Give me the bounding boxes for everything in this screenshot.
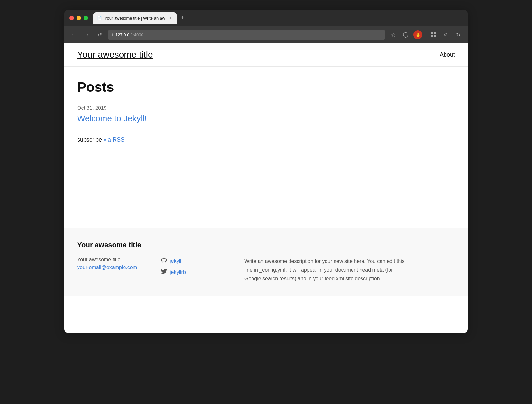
svg-rect-2 [431, 35, 433, 37]
shield-icon[interactable] [401, 30, 410, 39]
post-date: Oct 31, 2019 [77, 105, 455, 111]
webpage: Your awesome title About Posts Oct 31, 2… [64, 43, 468, 333]
twitter-icon [161, 268, 167, 276]
browser-titlebar: 📄 Your awesome title | Write an aw ✕ + [64, 10, 468, 26]
site-footer: Your awesome title Your awesome title yo… [64, 228, 468, 296]
info-icon: ℹ [111, 32, 113, 37]
site-main: Posts Oct 31, 2019 Welcome to Jekyll! su… [64, 67, 468, 228]
new-tab-button[interactable]: + [178, 14, 187, 23]
bookmark-icon[interactable]: ☆ [389, 30, 398, 39]
svg-rect-0 [431, 32, 433, 34]
refresh-icon[interactable]: ↻ [454, 30, 463, 39]
browser-tab[interactable]: 📄 Your awesome title | Write an aw ✕ [93, 12, 177, 24]
minimize-button[interactable] [77, 16, 81, 20]
address-bar[interactable]: ℹ 127.0.0.1:4000 [108, 30, 385, 40]
tab-title: Your awesome title | Write an aw [105, 16, 165, 21]
twitter-link[interactable]: jekyllrb [161, 268, 225, 276]
site-nav: About [440, 52, 455, 58]
site-header: Your awesome title About [64, 43, 468, 67]
smiley-icon[interactable]: ☺ [441, 30, 450, 39]
site-title[interactable]: Your awesome title [77, 50, 153, 60]
toolbar-separator [426, 31, 426, 39]
tab-bar: 📄 Your awesome title | Write an aw ✕ + [93, 12, 463, 24]
grid-icon[interactable] [429, 30, 438, 39]
footer-col-3: Write an awesome description for your ne… [244, 257, 405, 283]
subscribe-text: subscribe via RSS [77, 136, 455, 143]
footer-col-1: Your awesome title your-email@example.co… [77, 257, 142, 283]
footer-heading: Your awesome title [77, 241, 455, 249]
svg-rect-1 [434, 32, 436, 34]
github-icon [161, 257, 167, 265]
tab-page-icon: 📄 [97, 16, 102, 20]
toolbar-actions: ☆ ✋ ☺ ↻ [389, 30, 463, 39]
footer-site-name: Your awesome title [77, 257, 142, 263]
about-nav-link[interactable]: About [440, 52, 455, 58]
footer-email-link[interactable]: your-email@example.com [77, 265, 142, 270]
svg-rect-3 [434, 35, 436, 37]
reload-button[interactable]: ↺ [95, 30, 104, 39]
rss-link[interactable]: via RSS [104, 136, 124, 143]
footer-description: Write an awesome description for your ne… [244, 257, 405, 283]
posts-heading: Posts [77, 80, 455, 95]
post-title-link[interactable]: Welcome to Jekyll! [77, 114, 455, 124]
address-text: 127.0.0.1:4000 [115, 33, 143, 37]
github-username: jekyll [170, 258, 181, 264]
forward-button[interactable]: → [82, 30, 91, 39]
traffic-lights [69, 16, 88, 20]
footer-col-2: jekyll jekyllrb [161, 257, 225, 283]
github-link[interactable]: jekyll [161, 257, 225, 265]
twitter-username: jekyllrb [170, 269, 186, 275]
close-button[interactable] [69, 16, 74, 20]
tab-close-button[interactable]: ✕ [168, 15, 173, 21]
back-button[interactable]: ← [69, 30, 78, 39]
browser-toolbar: ← → ↺ ℹ 127.0.0.1:4000 ☆ ✋ [64, 26, 468, 43]
hand-stop-icon[interactable]: ✋ [413, 30, 422, 39]
footer-content: Your awesome title your-email@example.co… [77, 257, 455, 283]
maximize-button[interactable] [84, 16, 88, 20]
